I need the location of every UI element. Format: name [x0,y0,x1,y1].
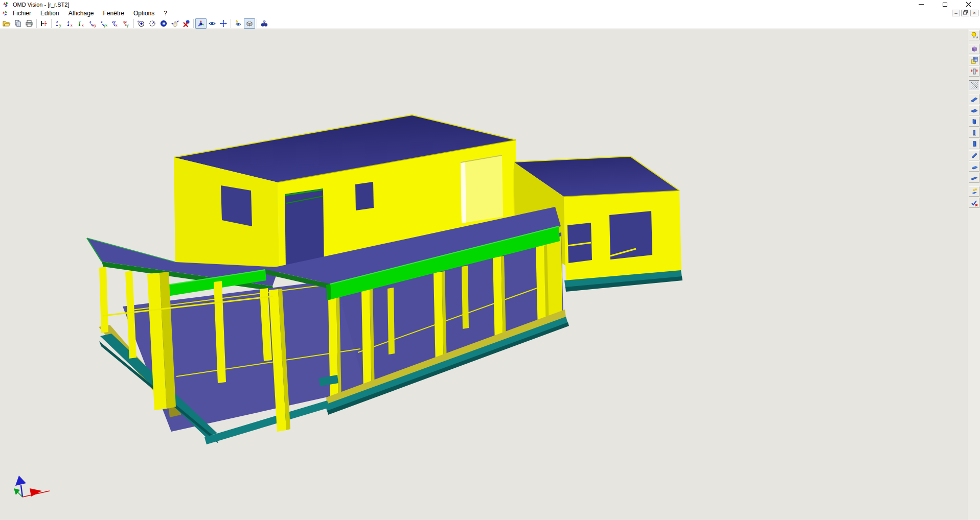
svg-text:xy: xy [93,23,97,28]
slab-panel-button[interactable] [969,55,979,65]
view-zx-button[interactable]: zx [64,18,76,29]
element-ramp-button[interactable] [969,94,979,104]
solid-cube-mode-button[interactable] [969,44,979,54]
zoom-reset-button[interactable] [180,18,192,29]
mdi-restore-icon [963,10,968,15]
view-axo-zxy-icon: zxy [88,19,97,28]
wall-loads-icon [970,67,978,76]
toolbar-separator [257,19,257,28]
element-slab-button[interactable] [969,105,979,115]
print-icon [25,19,33,28]
eye-icon [208,19,216,28]
menu-fenetre[interactable]: Fenêtre [99,9,129,18]
mesh-view-button[interactable] [969,80,979,90]
element-inclined-beam-button[interactable] [969,150,979,160]
view-axo-zxy-button[interactable]: zxy [87,18,98,29]
menu-help[interactable]: ? [159,9,172,18]
edge-beam-icon [970,162,978,171]
binoculars-icon [260,19,268,28]
find-button[interactable] [259,18,270,29]
wall-panel-icon [970,117,978,126]
solid-box-icon [245,19,254,28]
menu-options[interactable]: Options [129,9,159,18]
inclined-beam-icon [970,151,978,159]
view-axo-zyx-button[interactable]: zyx [98,18,109,29]
move-model-button[interactable] [218,18,229,29]
model-canvas [0,29,980,520]
element-flat-beam-button[interactable] [969,173,979,183]
large-opening [461,155,503,223]
levels-dimension-button[interactable] [38,18,50,29]
view-axo-xz-y-icon: xzy [122,19,130,28]
menu-edition[interactable]: Edition [36,9,64,18]
element-column-wide-button[interactable] [969,139,979,149]
zoom-dynamic-button[interactable] [147,18,158,29]
view-axo-zy-x-button[interactable]: zyx [109,18,121,29]
move-4way-icon [219,19,227,28]
svg-text:y: y [79,20,81,24]
svg-text:x: x [71,23,73,27]
svg-text:z: z [67,20,70,23]
maximize-button[interactable] [933,0,956,9]
mesh-icon [970,81,978,89]
mdi-close-button[interactable]: × [970,10,978,16]
axis-triad [14,476,50,497]
close-button[interactable] [956,0,980,9]
ramp-icon [970,95,978,103]
wall-loads-button[interactable] [969,66,979,77]
column-icon [970,129,978,137]
zoom-in-icon [137,19,145,28]
view-zx-icon: zx [66,19,74,28]
mdi-restore-button[interactable] [961,10,969,16]
toolbar-separator [231,19,231,28]
copy-icon [14,19,22,28]
pan-hand-icon [171,19,179,28]
window-opening [609,211,652,259]
open-file-button[interactable] [1,18,12,29]
svg-text:y: y [59,23,61,28]
app-icon [3,1,9,8]
visibility-eye-button[interactable] [207,18,218,29]
svg-text:z: z [101,20,103,23]
perspective-view-button[interactable] [233,18,244,29]
pan-hand-button[interactable] [169,18,180,29]
window-opening [221,185,252,226]
validate-elements-button[interactable] [969,198,979,208]
zoom-in-button[interactable] [135,18,147,29]
open-folder-icon [3,19,11,28]
zoom-window-button[interactable] [158,18,169,29]
svg-text:x: x [116,23,118,27]
render-solid-button[interactable] [244,18,255,29]
mdi-minimize-button[interactable]: – [952,10,960,16]
window-title: OMD Vision - [r_r.ST2] [13,2,69,8]
copy-button[interactable] [12,18,24,29]
model-viewport[interactable] [0,29,980,520]
slab-icon [970,106,978,114]
view-zy-button[interactable]: zy [53,18,64,29]
render-light-button[interactable] [969,30,979,40]
door-opening [285,188,324,268]
column-wide-icon [970,140,978,148]
element-wall-panel-button[interactable] [969,116,979,127]
minimize-button[interactable] [909,0,933,9]
toolbar-separator [133,19,134,28]
svg-text:xz: xz [123,20,127,23]
copy-properties-button[interactable] [969,186,979,197]
view-axo-xz-y-button[interactable]: xzy [121,18,132,29]
close-icon [966,2,971,7]
slab-grid-icon [970,56,978,64]
toolbar-separator [51,19,52,28]
menu-affichage[interactable]: Affichage [64,9,99,18]
main-toolbar: zy zx yx zxy zyx zyx xzy [0,18,980,29]
cube-icon [970,45,978,53]
print-button[interactable] [24,18,35,29]
svg-text:z: z [89,20,92,23]
view-yx-icon: yx [77,19,85,28]
element-edge-beam-button[interactable] [969,161,979,172]
view-3d-axes-button[interactable] [195,18,207,29]
view-yx-button[interactable]: yx [76,18,87,29]
check-cancel-icon [970,199,978,207]
element-column-button[interactable] [969,128,979,138]
minimize-icon [919,4,924,5]
menu-fichier[interactable]: Fichier [8,9,36,18]
